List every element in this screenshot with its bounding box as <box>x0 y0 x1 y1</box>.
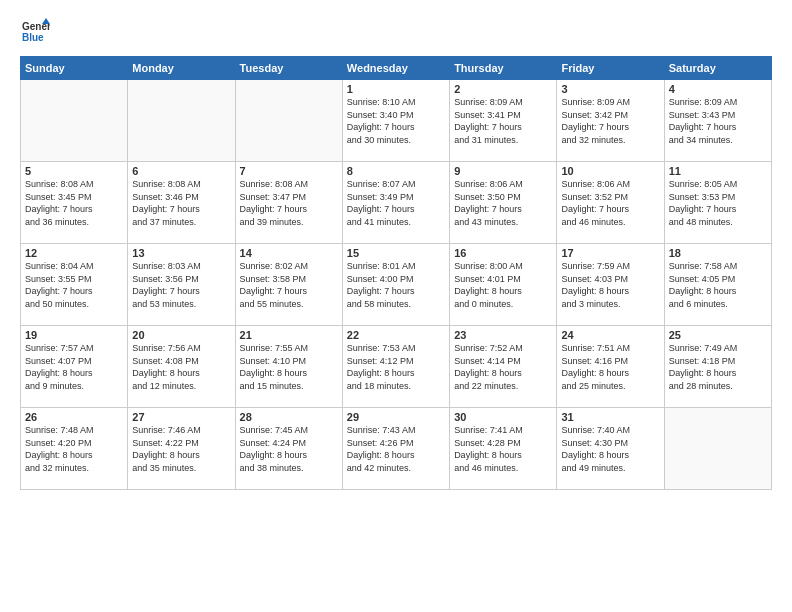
day-info: Sunrise: 7:57 AM Sunset: 4:07 PM Dayligh… <box>25 342 123 392</box>
day-number: 9 <box>454 165 552 177</box>
day-info: Sunrise: 7:53 AM Sunset: 4:12 PM Dayligh… <box>347 342 445 392</box>
calendar-week-4: 19Sunrise: 7:57 AM Sunset: 4:07 PM Dayli… <box>21 326 772 408</box>
day-number: 14 <box>240 247 338 259</box>
calendar-day-cell: 30Sunrise: 7:41 AM Sunset: 4:28 PM Dayli… <box>450 408 557 490</box>
day-number: 15 <box>347 247 445 259</box>
day-number: 27 <box>132 411 230 423</box>
calendar-day-cell: 17Sunrise: 7:59 AM Sunset: 4:03 PM Dayli… <box>557 244 664 326</box>
calendar-day-cell <box>21 80 128 162</box>
page-header: General Blue <box>20 16 772 46</box>
calendar-day-cell: 24Sunrise: 7:51 AM Sunset: 4:16 PM Dayli… <box>557 326 664 408</box>
calendar-day-cell: 1Sunrise: 8:10 AM Sunset: 3:40 PM Daylig… <box>342 80 449 162</box>
calendar-day-cell: 18Sunrise: 7:58 AM Sunset: 4:05 PM Dayli… <box>664 244 771 326</box>
logo-icon: General Blue <box>20 16 50 46</box>
calendar-week-5: 26Sunrise: 7:48 AM Sunset: 4:20 PM Dayli… <box>21 408 772 490</box>
calendar-day-cell: 9Sunrise: 8:06 AM Sunset: 3:50 PM Daylig… <box>450 162 557 244</box>
day-info: Sunrise: 8:02 AM Sunset: 3:58 PM Dayligh… <box>240 260 338 310</box>
day-info: Sunrise: 8:09 AM Sunset: 3:42 PM Dayligh… <box>561 96 659 146</box>
logo: General Blue <box>20 16 50 46</box>
day-number: 21 <box>240 329 338 341</box>
calendar-day-cell: 5Sunrise: 8:08 AM Sunset: 3:45 PM Daylig… <box>21 162 128 244</box>
day-info: Sunrise: 7:52 AM Sunset: 4:14 PM Dayligh… <box>454 342 552 392</box>
day-number: 12 <box>25 247 123 259</box>
day-number: 7 <box>240 165 338 177</box>
weekday-header-friday: Friday <box>557 57 664 80</box>
day-info: Sunrise: 7:46 AM Sunset: 4:22 PM Dayligh… <box>132 424 230 474</box>
calendar-day-cell <box>128 80 235 162</box>
day-info: Sunrise: 8:10 AM Sunset: 3:40 PM Dayligh… <box>347 96 445 146</box>
weekday-header-tuesday: Tuesday <box>235 57 342 80</box>
day-info: Sunrise: 7:43 AM Sunset: 4:26 PM Dayligh… <box>347 424 445 474</box>
calendar-day-cell: 23Sunrise: 7:52 AM Sunset: 4:14 PM Dayli… <box>450 326 557 408</box>
svg-text:Blue: Blue <box>22 32 44 43</box>
day-info: Sunrise: 8:06 AM Sunset: 3:52 PM Dayligh… <box>561 178 659 228</box>
day-info: Sunrise: 8:09 AM Sunset: 3:43 PM Dayligh… <box>669 96 767 146</box>
calendar-day-cell: 26Sunrise: 7:48 AM Sunset: 4:20 PM Dayli… <box>21 408 128 490</box>
calendar-day-cell: 12Sunrise: 8:04 AM Sunset: 3:55 PM Dayli… <box>21 244 128 326</box>
day-info: Sunrise: 8:08 AM Sunset: 3:46 PM Dayligh… <box>132 178 230 228</box>
calendar-day-cell: 29Sunrise: 7:43 AM Sunset: 4:26 PM Dayli… <box>342 408 449 490</box>
day-info: Sunrise: 8:00 AM Sunset: 4:01 PM Dayligh… <box>454 260 552 310</box>
calendar-day-cell: 10Sunrise: 8:06 AM Sunset: 3:52 PM Dayli… <box>557 162 664 244</box>
day-info: Sunrise: 7:41 AM Sunset: 4:28 PM Dayligh… <box>454 424 552 474</box>
day-info: Sunrise: 8:09 AM Sunset: 3:41 PM Dayligh… <box>454 96 552 146</box>
day-info: Sunrise: 7:40 AM Sunset: 4:30 PM Dayligh… <box>561 424 659 474</box>
calendar-week-2: 5Sunrise: 8:08 AM Sunset: 3:45 PM Daylig… <box>21 162 772 244</box>
calendar-day-cell: 28Sunrise: 7:45 AM Sunset: 4:24 PM Dayli… <box>235 408 342 490</box>
calendar-day-cell: 6Sunrise: 8:08 AM Sunset: 3:46 PM Daylig… <box>128 162 235 244</box>
day-info: Sunrise: 7:59 AM Sunset: 4:03 PM Dayligh… <box>561 260 659 310</box>
day-info: Sunrise: 8:06 AM Sunset: 3:50 PM Dayligh… <box>454 178 552 228</box>
calendar-day-cell: 15Sunrise: 8:01 AM Sunset: 4:00 PM Dayli… <box>342 244 449 326</box>
day-number: 22 <box>347 329 445 341</box>
day-info: Sunrise: 7:48 AM Sunset: 4:20 PM Dayligh… <box>25 424 123 474</box>
day-info: Sunrise: 8:07 AM Sunset: 3:49 PM Dayligh… <box>347 178 445 228</box>
day-number: 20 <box>132 329 230 341</box>
calendar-day-cell <box>235 80 342 162</box>
day-number: 4 <box>669 83 767 95</box>
day-info: Sunrise: 7:56 AM Sunset: 4:08 PM Dayligh… <box>132 342 230 392</box>
calendar-day-cell: 27Sunrise: 7:46 AM Sunset: 4:22 PM Dayli… <box>128 408 235 490</box>
day-info: Sunrise: 7:45 AM Sunset: 4:24 PM Dayligh… <box>240 424 338 474</box>
day-number: 17 <box>561 247 659 259</box>
day-info: Sunrise: 7:55 AM Sunset: 4:10 PM Dayligh… <box>240 342 338 392</box>
day-info: Sunrise: 7:51 AM Sunset: 4:16 PM Dayligh… <box>561 342 659 392</box>
calendar-day-cell: 25Sunrise: 7:49 AM Sunset: 4:18 PM Dayli… <box>664 326 771 408</box>
day-number: 3 <box>561 83 659 95</box>
calendar-day-cell <box>664 408 771 490</box>
calendar-day-cell: 16Sunrise: 8:00 AM Sunset: 4:01 PM Dayli… <box>450 244 557 326</box>
calendar-day-cell: 2Sunrise: 8:09 AM Sunset: 3:41 PM Daylig… <box>450 80 557 162</box>
day-number: 29 <box>347 411 445 423</box>
day-info: Sunrise: 7:49 AM Sunset: 4:18 PM Dayligh… <box>669 342 767 392</box>
day-number: 10 <box>561 165 659 177</box>
day-info: Sunrise: 8:08 AM Sunset: 3:45 PM Dayligh… <box>25 178 123 228</box>
weekday-header-thursday: Thursday <box>450 57 557 80</box>
day-number: 5 <box>25 165 123 177</box>
day-info: Sunrise: 7:58 AM Sunset: 4:05 PM Dayligh… <box>669 260 767 310</box>
day-number: 23 <box>454 329 552 341</box>
calendar-day-cell: 19Sunrise: 7:57 AM Sunset: 4:07 PM Dayli… <box>21 326 128 408</box>
calendar-week-3: 12Sunrise: 8:04 AM Sunset: 3:55 PM Dayli… <box>21 244 772 326</box>
calendar-day-cell: 4Sunrise: 8:09 AM Sunset: 3:43 PM Daylig… <box>664 80 771 162</box>
day-number: 31 <box>561 411 659 423</box>
day-number: 16 <box>454 247 552 259</box>
day-number: 19 <box>25 329 123 341</box>
day-number: 24 <box>561 329 659 341</box>
day-number: 11 <box>669 165 767 177</box>
calendar-day-cell: 20Sunrise: 7:56 AM Sunset: 4:08 PM Dayli… <box>128 326 235 408</box>
weekday-header-monday: Monday <box>128 57 235 80</box>
calendar-table: SundayMondayTuesdayWednesdayThursdayFrid… <box>20 56 772 490</box>
calendar-day-cell: 31Sunrise: 7:40 AM Sunset: 4:30 PM Dayli… <box>557 408 664 490</box>
day-info: Sunrise: 8:03 AM Sunset: 3:56 PM Dayligh… <box>132 260 230 310</box>
day-number: 18 <box>669 247 767 259</box>
calendar-day-cell: 22Sunrise: 7:53 AM Sunset: 4:12 PM Dayli… <box>342 326 449 408</box>
day-number: 2 <box>454 83 552 95</box>
weekday-header-row: SundayMondayTuesdayWednesdayThursdayFrid… <box>21 57 772 80</box>
day-number: 26 <box>25 411 123 423</box>
weekday-header-saturday: Saturday <box>664 57 771 80</box>
calendar-day-cell: 13Sunrise: 8:03 AM Sunset: 3:56 PM Dayli… <box>128 244 235 326</box>
day-number: 6 <box>132 165 230 177</box>
calendar-day-cell: 7Sunrise: 8:08 AM Sunset: 3:47 PM Daylig… <box>235 162 342 244</box>
weekday-header-wednesday: Wednesday <box>342 57 449 80</box>
day-info: Sunrise: 8:05 AM Sunset: 3:53 PM Dayligh… <box>669 178 767 228</box>
day-info: Sunrise: 8:01 AM Sunset: 4:00 PM Dayligh… <box>347 260 445 310</box>
